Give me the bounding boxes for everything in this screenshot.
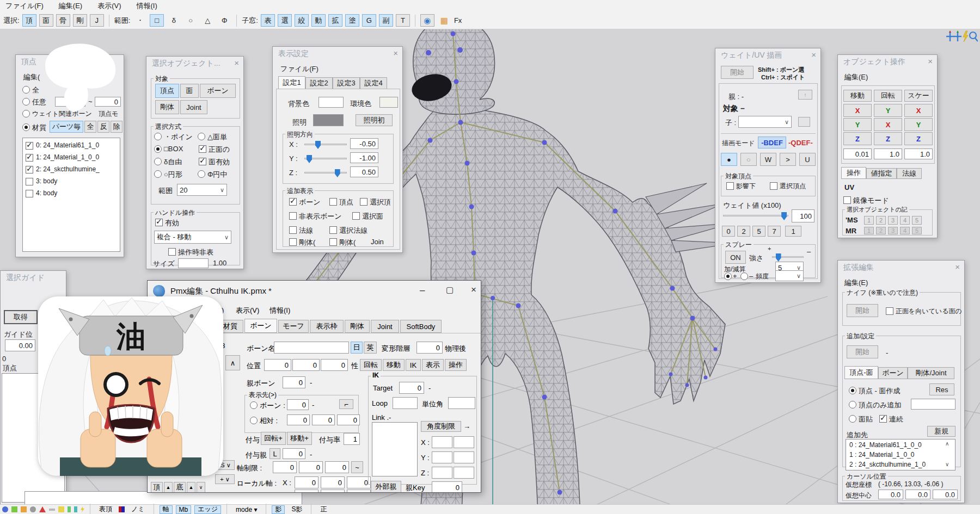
grant-rate-field[interactable]: 1 — [344, 433, 360, 445]
grant-parent-field[interactable]: 0 — [283, 448, 305, 459]
move-x-button[interactable]: X — [843, 104, 872, 117]
parent-bone-field[interactable]: 0 — [283, 376, 305, 388]
target-icon[interactable] — [30, 506, 36, 512]
axis-button[interactable]: 軸 — [160, 505, 173, 514]
select-bone-button[interactable]: 骨 — [56, 14, 70, 27]
mr-slot-1[interactable]: 1 — [864, 227, 874, 234]
box-radio[interactable] — [154, 145, 162, 153]
ms-slot-2[interactable]: 2 — [876, 216, 886, 225]
brush-w-button[interactable]: W — [760, 153, 776, 166]
weight-slider[interactable] — [723, 215, 788, 216]
close-icon[interactable]: × — [928, 57, 933, 66]
preset-50-button[interactable]: 5 — [752, 226, 765, 237]
rel-y-field[interactable]: 0 — [312, 414, 335, 425]
mr-slot-2[interactable]: 2 — [876, 227, 886, 234]
mr-slot-5[interactable]: 5 — [912, 227, 922, 234]
tab-operate[interactable]: 操作 — [841, 167, 866, 179]
show-sel-vertex-checkbox[interactable] — [360, 198, 367, 206]
bone-name-field[interactable] — [274, 342, 349, 354]
angle-z1-field[interactable] — [432, 467, 452, 479]
continuous-checkbox[interactable] — [879, 415, 887, 423]
menu-file[interactable]: ファイル(F) — [5, 1, 44, 11]
scale-z-button[interactable]: Z — [904, 132, 933, 145]
subwin-t-button[interactable]: T — [396, 14, 410, 27]
spray-strength-slider[interactable] — [772, 256, 804, 258]
res-button[interactable]: Res — [929, 383, 954, 395]
pos-z-field[interactable]: 0 — [321, 359, 348, 371]
subwin-extend-button[interactable]: 拡 — [328, 14, 342, 27]
en-toggle-button[interactable]: 英 — [364, 342, 377, 354]
weight-bone-radio[interactable] — [22, 110, 30, 117]
deform-layer-field[interactable]: 0 — [416, 342, 443, 354]
env-color-swatch[interactable] — [379, 97, 398, 108]
angle-y1-field[interactable] — [432, 451, 452, 463]
move-gizmo-icon[interactable] — [954, 30, 961, 41]
close-icon[interactable]: × — [393, 48, 398, 58]
tab-rigid-joint[interactable]: 剛体/Joint — [908, 367, 954, 379]
front-vertex-button[interactable]: 表頂 — [96, 505, 115, 514]
y-value-field[interactable]: -1.00 — [350, 152, 378, 163]
pan-gizmo-icon[interactable] — [946, 30, 954, 41]
mb-button[interactable]: Mb — [176, 505, 192, 514]
list-item[interactable]: 2: 24_skcthulhumine_ — [36, 165, 100, 173]
close-icon[interactable]: × — [471, 284, 476, 295]
center-y-field[interactable]: 0.0 — [905, 490, 930, 499]
wave-icon[interactable] — [49, 509, 55, 511]
vertex-only-radio[interactable] — [849, 401, 856, 408]
x-slider[interactable] — [304, 144, 347, 145]
circle-radio[interactable] — [154, 170, 162, 178]
tab-settings3[interactable]: 設定3 — [333, 77, 360, 89]
show-bone-checkbox[interactable] — [289, 198, 297, 206]
nav-top-button[interactable]: 頂 — [151, 482, 163, 493]
flash-gizmo-icon[interactable] — [963, 31, 968, 42]
list-item[interactable]: 1: 24_Material_1_0_0 — [36, 153, 99, 161]
subwin-select-button[interactable]: 選 — [278, 14, 292, 27]
axis-tilde-button[interactable]: ~ — [351, 461, 363, 473]
mask-state-icon[interactable] — [21, 506, 27, 512]
menu-view[interactable]: 表示(V) — [97, 1, 121, 11]
menu-info[interactable]: 情報(I) — [270, 306, 290, 315]
add-start-button[interactable]: 開始 — [847, 345, 878, 358]
brush-circle-button[interactable]: ○ — [740, 153, 757, 166]
move-z-button[interactable]: Z — [843, 132, 872, 145]
y-slider[interactable] — [304, 158, 347, 159]
face-unit-radio[interactable] — [198, 133, 205, 140]
scale-step-field[interactable]: 1.0 — [904, 148, 933, 159]
flag-operate-button[interactable]: 操作 — [445, 359, 467, 371]
axis-x-field[interactable]: 0 — [273, 461, 297, 473]
grant-move-button[interactable]: 移動+ — [287, 432, 312, 445]
front-only-checkbox[interactable] — [199, 145, 206, 153]
preset-100-button[interactable]: 1 — [785, 226, 801, 237]
tab-display-frame[interactable]: 表示枠 — [310, 320, 344, 333]
circle-center-radio[interactable] — [198, 170, 205, 178]
material-radio[interactable] — [22, 123, 30, 131]
disp-relative-radio[interactable] — [250, 417, 258, 424]
rotate-x-button[interactable]: X — [874, 118, 902, 131]
mirror-mode-checkbox[interactable] — [843, 196, 851, 204]
tab-joint[interactable]: Joint — [371, 320, 399, 333]
scale-y-button[interactable]: Y — [904, 118, 933, 131]
per-parts-button[interactable]: パーツ毎 — [50, 121, 83, 133]
material-list[interactable]: 0: 24_Material61_1_0 1: 24_Material_1_0_… — [22, 138, 120, 252]
ik-link-list[interactable] — [372, 422, 418, 476]
bdef-button[interactable]: -BDEF — [758, 137, 786, 148]
vertex-only-field[interactable] — [911, 399, 955, 410]
plus-spin-button[interactable]: + ∨ — [215, 474, 235, 484]
material-checkbox[interactable] — [26, 166, 33, 174]
list-item[interactable]: 0: 24_Material61_1_0 — [36, 141, 99, 149]
select-vertex-button[interactable]: 頂 — [22, 14, 36, 27]
nav-bottom-button[interactable]: 底 — [174, 482, 186, 493]
local-z2-field[interactable]: 0 — [321, 490, 345, 493]
bg-color-swatch[interactable] — [318, 97, 344, 108]
select-rigid-button[interactable]: 剛 — [73, 14, 87, 27]
all-radio[interactable] — [22, 86, 30, 94]
pos-x-field[interactable]: 0 — [264, 359, 291, 371]
ms-slot-1[interactable]: 1 — [864, 216, 874, 225]
select-face-button[interactable]: 面 — [39, 14, 53, 27]
edit-menu[interactable]: 編集(E) — [844, 278, 868, 288]
tab-morph[interactable]: モーフ — [278, 320, 309, 333]
child-nav-button[interactable] — [798, 117, 810, 127]
angle-y2-field[interactable] — [454, 451, 474, 463]
vertex-color-swatch[interactable] — [119, 506, 125, 512]
flag-ik-button[interactable]: IK — [406, 359, 421, 371]
